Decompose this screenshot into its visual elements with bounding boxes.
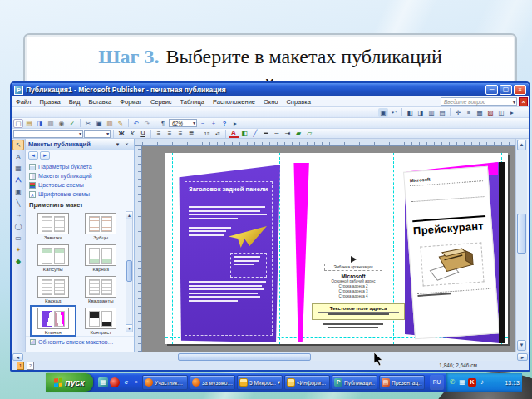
arrow-style-icon[interactable]: ⇥ xyxy=(283,129,293,138)
print-icon[interactable]: ▥ xyxy=(46,119,56,128)
picture-frame-tool-icon[interactable]: ▣ xyxy=(12,186,24,197)
more-buttons-icon[interactable]: ▸ xyxy=(507,108,517,117)
rotate-icon[interactable]: ↶ xyxy=(389,108,399,117)
template-kaskad[interactable]: Каскад xyxy=(30,273,76,305)
vertical-scrollbar[interactable]: ▲ ▼ xyxy=(515,139,527,352)
restore-button[interactable]: ▢ xyxy=(500,85,512,95)
menu-window[interactable]: Окно xyxy=(259,98,282,106)
address-text-box[interactable]: Текстовое поле адреса xyxy=(312,303,405,320)
select-tool-icon[interactable]: ↖ xyxy=(12,140,24,150)
taskbar-button-2[interactable]: за музыко… xyxy=(190,375,235,390)
pane-footer-link[interactable]: Обновить список макетов… xyxy=(26,336,134,347)
template-kapsuly[interactable]: Капсулы xyxy=(30,242,76,273)
minimize-button[interactable]: ─ xyxy=(485,85,498,95)
spelling-icon[interactable]: ✓ xyxy=(67,119,77,128)
line-tool-icon[interactable]: ╲ xyxy=(12,198,24,209)
autoshapes-tool-icon[interactable]: ✦ xyxy=(12,244,24,255)
scroll-thumb[interactable] xyxy=(178,353,311,361)
pane-scrollbar[interactable]: ▲ ▼ xyxy=(126,211,133,332)
underline-button[interactable]: Ч xyxy=(138,129,148,138)
redo-icon[interactable]: ↷ xyxy=(142,119,152,128)
front-panel[interactable]: Microsoft Прейскурант xyxy=(405,162,500,343)
text-box-tool-icon[interactable]: A xyxy=(12,151,24,162)
close-button[interactable]: × xyxy=(514,85,526,95)
internet-explorer-icon[interactable]: e xyxy=(121,377,131,387)
open-icon[interactable]: ▤ xyxy=(24,119,34,128)
print-preview-icon[interactable]: ◉ xyxy=(57,119,66,128)
ungroup-icon[interactable]: ▤ xyxy=(437,108,447,117)
link-color-schemes[interactable]: Цветовые схемы xyxy=(29,180,134,190)
phone-tray-icon[interactable]: ✆ xyxy=(448,378,456,387)
pane-dropdown-icon[interactable]: ▾ xyxy=(113,140,122,149)
picture-toolbar-icon[interactable]: ▣ xyxy=(378,108,388,117)
bold-button[interactable]: Ж xyxy=(116,129,126,138)
taskbar-button-4[interactable]: «Информ… xyxy=(284,375,330,390)
document-close-icon[interactable]: × xyxy=(519,97,528,106)
scroll-down-icon[interactable]: ▼ xyxy=(517,340,526,351)
show-desktop-icon[interactable]: ▦ xyxy=(98,377,108,387)
start-button[interactable]: пуск xyxy=(46,373,93,392)
undo-icon[interactable]: ↶ xyxy=(131,119,141,128)
shadow-style-icon[interactable]: ▰ xyxy=(293,129,303,138)
bullets-icon[interactable]: •≡ xyxy=(213,129,223,138)
back-panel[interactable]: Заголовок задней панели xyxy=(177,163,280,342)
language-indicator[interactable]: RU xyxy=(430,375,444,390)
snap-icon[interactable]: ▦ xyxy=(475,108,485,117)
device-tray-icon[interactable]: ▦ xyxy=(458,378,466,387)
menu-table[interactable]: Таблица xyxy=(176,98,209,106)
zoom-out-icon[interactable]: − xyxy=(198,119,208,128)
font-family-combo[interactable]: ▾ xyxy=(13,130,83,138)
menu-file[interactable]: Файл xyxy=(12,98,35,106)
new-icon[interactable]: ▢ xyxy=(13,119,23,128)
wrap-icon[interactable]: ◫ xyxy=(496,108,506,117)
task-pane-header[interactable]: Макеты публикаций ▾ × xyxy=(26,139,134,150)
justify-icon[interactable]: ≣ xyxy=(186,129,196,138)
design-gallery-tool-icon[interactable]: ◆ xyxy=(12,256,24,267)
opera-icon[interactable] xyxy=(110,377,120,387)
save-icon[interactable]: ◨ xyxy=(35,119,45,128)
text-flow-icon[interactable]: ▧ xyxy=(485,108,495,117)
nudge-icon[interactable]: ✛ xyxy=(453,108,463,117)
align-left-icon[interactable]: ≡ xyxy=(154,129,164,138)
3d-style-icon[interactable]: ▱ xyxy=(304,129,314,138)
link-booklet-options[interactable]: Параметры буклета xyxy=(29,162,134,171)
antivirus-tray-icon[interactable]: K xyxy=(468,378,476,387)
font-color-icon[interactable]: A xyxy=(229,130,239,138)
oval-tool-icon[interactable]: ◯ xyxy=(12,221,24,232)
special-characters-icon[interactable]: ¶ xyxy=(158,119,168,128)
align-icon[interactable]: ≡ xyxy=(464,108,474,117)
volume-tray-icon[interactable]: ♪ xyxy=(478,378,486,387)
template-zavitki[interactable]: Завитки xyxy=(30,210,76,242)
rectangle-tool-icon[interactable]: ▭ xyxy=(12,233,24,244)
numbering-icon[interactable]: 1≡ xyxy=(202,129,212,138)
scroll-up-icon[interactable]: ▲ xyxy=(126,212,132,219)
font-size-combo[interactable]: ▾ xyxy=(84,130,111,138)
quick-launch-overflow-icon[interactable]: » xyxy=(133,377,140,387)
menu-insert[interactable]: Вставка xyxy=(84,98,116,106)
template-kontrast[interactable]: Контраст xyxy=(78,305,125,337)
scroll-left-icon[interactable]: ◄ xyxy=(12,353,23,361)
horizontal-ruler[interactable] xyxy=(135,139,515,146)
taskbar-button-1[interactable]: Участник… xyxy=(142,375,188,390)
scroll-up-icon[interactable]: ▲ xyxy=(517,140,526,150)
align-right-icon[interactable]: ≡ xyxy=(175,129,185,138)
line-color-icon[interactable]: ╱ xyxy=(250,129,260,138)
menu-tools[interactable]: Сервис xyxy=(146,98,176,106)
pane-forward-button[interactable]: ► xyxy=(40,151,50,160)
title-bar[interactable]: P Публикация1 - Microsoft Publisher - пе… xyxy=(12,83,529,96)
help-icon[interactable]: ? xyxy=(219,119,229,128)
pane-close-icon[interactable]: × xyxy=(122,140,131,149)
horizontal-scrollbar[interactable]: ◄ ► xyxy=(12,352,529,361)
more-buttons-icon[interactable]: ▸ xyxy=(230,119,240,128)
page-2-icon[interactable]: 2 xyxy=(27,362,34,370)
align-center-icon[interactable]: ≡ xyxy=(165,129,175,138)
vertical-ruler[interactable] xyxy=(135,146,142,352)
menu-view[interactable]: Вид xyxy=(65,98,85,106)
dash-style-icon[interactable]: ┄ xyxy=(272,129,282,138)
link-font-schemes[interactable]: АШрифтовые схемы xyxy=(29,190,134,199)
link-publication-designs[interactable]: Макеты публикаций xyxy=(29,171,134,180)
scratch-area[interactable]: Заголовок задней панели xyxy=(142,146,515,352)
arrow-tool-icon[interactable]: → xyxy=(12,209,24,220)
group-icon[interactable]: ▥ xyxy=(426,108,436,117)
cut-icon[interactable]: ✂ xyxy=(83,119,93,128)
